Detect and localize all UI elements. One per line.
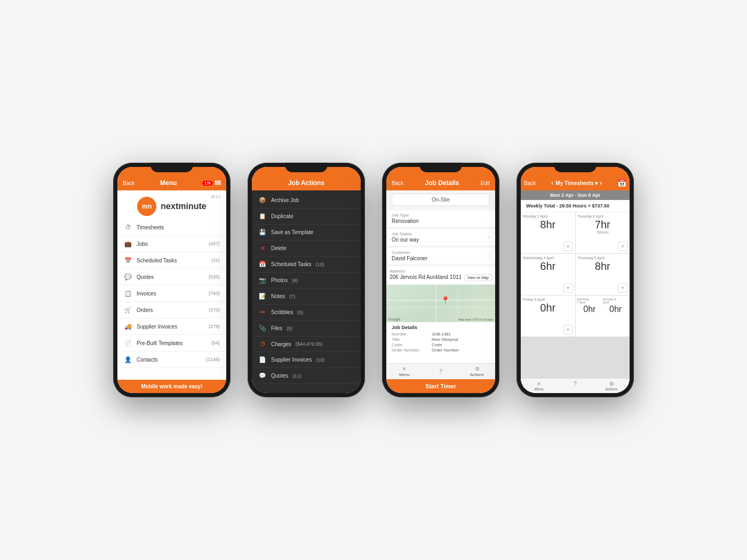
help-nav-btn[interactable]: ?	[423, 366, 459, 377]
screen1-content: mn nextminute 18.3.1 ⏱ Timesheets 💼 Jobs…	[117, 190, 226, 393]
action-quotes-count: (11)	[292, 373, 301, 379]
address-label: Address	[390, 269, 462, 274]
phone-4: Back ‹ My Timesheets ▾ › 📅 Mon 2 Apr - S…	[516, 163, 634, 397]
day-friday: Friday 6 April 0hr +	[521, 295, 575, 337]
supplier-label: Supplier Invoices	[137, 324, 204, 330]
tuesday-hours: 7hr	[595, 219, 610, 230]
phones-container: Back Menu 170 ✉ mn nextminute 18.3.1	[92, 141, 655, 419]
action-save-template[interactable]: 💾 Save as Template	[252, 225, 361, 241]
customer-section[interactable]: Customer David Falconer ›	[386, 247, 495, 264]
menu-nav-icon-4: ≡	[537, 381, 541, 387]
monday-hours: 8hr	[540, 219, 555, 230]
contacts-label: Contacts	[137, 357, 202, 363]
action-scheduled-tasks[interactable]: 📅 Scheduled Tasks (10)	[252, 257, 361, 273]
job-type-label: Job Type	[392, 213, 490, 218]
save-template-label: Save as Template	[271, 229, 313, 235]
phone-3: Back Job Details Edit On-Site Job Type R…	[382, 163, 499, 397]
friday-add-button[interactable]: +	[563, 325, 573, 334]
timesheets-icon: ⏱	[124, 223, 132, 231]
menu-item-timesheets[interactable]: ⏱ Timesheets	[117, 219, 226, 236]
notch-2	[285, 163, 328, 172]
help-nav-btn-4[interactable]: ?	[557, 381, 593, 391]
menu-nav-btn[interactable]: ≡ Menu	[386, 366, 423, 377]
quotes-icon: 💬	[124, 273, 132, 281]
menu-item-scheduled[interactable]: 📅 Scheduled Tasks (31)	[117, 252, 226, 269]
orders-count: (270)	[209, 307, 220, 313]
menu-item-templates[interactable]: 📄 Pre-Built Templates (54)	[117, 335, 226, 351]
tuesday-add-button[interactable]: +	[618, 242, 627, 251]
actions-nav-label-4: Actions	[606, 387, 618, 391]
calendar-icon[interactable]: 📅	[617, 179, 626, 187]
phone-1: Back Menu 170 ✉ mn nextminute 18.3.1	[113, 163, 231, 397]
menu-item-jobs[interactable]: 💼 Jobs (497)	[117, 236, 226, 252]
map-road-v1	[435, 285, 436, 322]
action-scribbles[interactable]: ✏ Scribbles (5)	[252, 305, 361, 321]
action-photos[interactable]: 📷 Photos (8)	[252, 273, 361, 289]
edit-button[interactable]: Edit	[481, 180, 490, 186]
customer-label: Customer	[392, 250, 488, 255]
monday-name: Monday 2 April	[523, 214, 547, 218]
friday-name: Friday 6 April	[523, 298, 545, 301]
delete-label: Delete	[271, 245, 287, 251]
prev-week-button[interactable]: ‹	[551, 179, 553, 187]
timesheet-title-dropdown[interactable]: My Timesheets ▾	[555, 180, 598, 186]
address-section: Address 206 Jervois Rd Auckland 1011 Vie…	[386, 266, 495, 284]
contacts-count: (2146)	[206, 357, 220, 362]
back-button-1[interactable]: Back	[123, 180, 134, 186]
phone4-bottom-nav: ≡ Menu ? ⚙ Actions	[521, 378, 630, 393]
sched-tasks-count: (10)	[315, 262, 324, 267]
scheduled-label: Scheduled Tasks	[137, 258, 207, 263]
monday-add-button[interactable]: +	[563, 242, 573, 251]
quotes-count: (535)	[209, 274, 220, 279]
action-supplier-invoices[interactable]: 📄 Supplier Invoices (10)	[252, 352, 361, 368]
actions-nav-btn-4[interactable]: ⚙ Actions	[593, 381, 630, 391]
action-delete[interactable]: ✕ Delete	[252, 241, 361, 257]
wednesday-add-button[interactable]: +	[563, 283, 573, 293]
archive-icon: 📦	[258, 197, 267, 204]
job-code-key: Code:	[392, 342, 432, 347]
timesheet-title: My Timesheets	[555, 180, 594, 186]
map-placeholder: 📍 Google Map data ©2018 Google	[386, 285, 495, 322]
dropdown-chevron: ▾	[595, 180, 598, 186]
back-button-4[interactable]: Back	[524, 180, 536, 186]
mail-icon[interactable]: ✉	[214, 179, 221, 187]
phone-2: Job Actions 📦 Archive Job 📋 Duplicate 💾	[248, 163, 365, 397]
back-button-3[interactable]: Back	[392, 180, 403, 186]
menu-item-invoices[interactable]: 📋 Invoices (793)	[117, 285, 226, 302]
timesheets-nav: ‹ My Timesheets ▾ ›	[551, 179, 602, 187]
supplier-count: (279)	[209, 324, 220, 329]
menu-item-quotes[interactable]: 💬 Quotes (535)	[117, 269, 226, 285]
jobs-label: Jobs	[137, 241, 204, 247]
supplier-icon: 🚚	[124, 322, 132, 331]
actions-nav-icon-4: ⚙	[609, 381, 614, 387]
view-on-map-button[interactable]: View on Map	[464, 274, 492, 281]
map-pin: 📍	[441, 296, 450, 305]
thursday-add-button[interactable]: +	[618, 283, 627, 293]
menu-nav-btn-4[interactable]: ≡ Menu	[521, 381, 557, 391]
actions-nav-btn[interactable]: ⚙ Actions	[459, 366, 495, 377]
action-charges[interactable]: ⏱ Charges ($44,470.55)	[252, 337, 361, 352]
map-copyright: Map data ©2018 Google	[458, 318, 493, 321]
on-site-button[interactable]: On-Site	[392, 194, 490, 206]
next-week-button[interactable]: ›	[600, 179, 602, 187]
help-nav-icon-4: ?	[574, 381, 577, 387]
job-status-label: Job Status	[392, 231, 488, 236]
invoices-count: (793)	[209, 291, 220, 296]
screen4-content: Mon 2 Apr - Sun 8 Apr Weekly Total - 29.…	[521, 190, 630, 393]
map-road-h2	[386, 307, 495, 308]
menu-item-contacts[interactable]: 👤 Contacts (2146)	[117, 351, 226, 368]
duplicate-label: Duplicate	[271, 213, 293, 219]
menu-item-orders[interactable]: 🛒 Orders (270)	[117, 302, 226, 318]
action-duplicate[interactable]: 📋 Duplicate	[252, 209, 361, 225]
job-title-val: New Sleepout	[432, 337, 458, 342]
action-archive[interactable]: 📦 Archive Job	[252, 193, 361, 209]
action-quotes[interactable]: 💬 Quotes (11)	[252, 368, 361, 384]
start-timer-button[interactable]: Start Timer	[386, 379, 495, 393]
action-notes[interactable]: 📝 Notes (7)	[252, 289, 361, 305]
menu-item-supplier[interactable]: 🚚 Supplier Invoices (279)	[117, 318, 226, 335]
action-files[interactable]: 📎 Files (8)	[252, 321, 361, 337]
map-area: 📍 Google Map data ©2018 Google	[386, 285, 495, 322]
job-status-section[interactable]: Job Status On our way ›	[386, 229, 495, 245]
save-template-icon: 💾	[258, 229, 267, 236]
logo-initials: mn	[142, 203, 152, 210]
